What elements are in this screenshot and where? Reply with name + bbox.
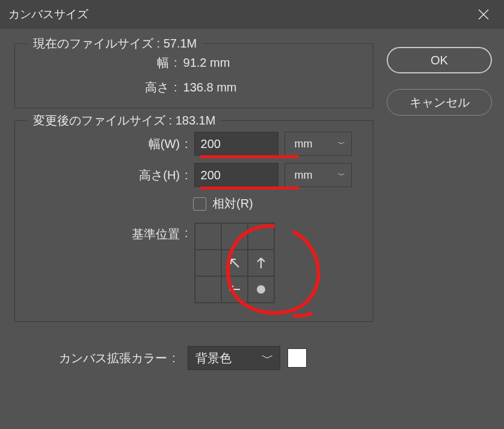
current-width-label: 幅 [27, 55, 173, 71]
arrow-up-icon [253, 255, 269, 271]
anchor-grid [194, 223, 275, 303]
chevron-down-icon: ﹀ [338, 139, 345, 149]
close-icon [478, 8, 490, 20]
titlebar: カンバスサイズ [0, 0, 504, 29]
dialog-title: カンバスサイズ [8, 7, 88, 22]
anchor-cell[interactable] [195, 223, 221, 250]
anchor-cell[interactable] [248, 250, 274, 276]
current-size-group: 現在のファイルサイズ : 57.1M 幅 : 91.2 mm 高さ : 136.… [14, 43, 373, 108]
height-input[interactable]: 200 [194, 163, 278, 187]
ok-button[interactable]: OK [387, 47, 492, 73]
current-size-legend: 現在のファイルサイズ : 57.1M [27, 35, 203, 52]
anchor-label: 基準位置 [27, 223, 183, 242]
anchor-cell[interactable] [248, 223, 274, 250]
new-size-legend: 変更後のファイルサイズ : 183.1M [27, 113, 221, 129]
relative-label: 相対(R) [212, 196, 253, 212]
width-input[interactable]: 200 [194, 132, 278, 156]
arrow-up-left-icon [226, 255, 243, 271]
current-height-label: 高さ [27, 79, 173, 96]
current-height-value: 136.8 mm [183, 81, 237, 94]
cancel-button[interactable]: キャンセル [387, 89, 492, 116]
height-unit-select[interactable]: mm ﹀ [284, 163, 352, 187]
width-label: 幅(W) [27, 136, 183, 152]
chevron-down-icon: ﹀ [262, 350, 274, 366]
anchor-cell[interactable] [221, 223, 248, 250]
anchor-cell[interactable] [221, 250, 248, 276]
new-size-group: 変更後のファイルサイズ : 183.1M 幅(W) : 200 mm ﹀ 高さ(… [14, 120, 373, 322]
extension-color-swatch[interactable] [287, 348, 307, 368]
annotation-underline [200, 155, 299, 158]
anchor-cell[interactable] [195, 276, 221, 303]
anchor-cell-selected[interactable] [248, 276, 274, 303]
anchor-cell[interactable] [221, 276, 248, 303]
anchor-dot-icon [257, 285, 265, 294]
arrow-left-icon [226, 281, 243, 298]
close-button[interactable] [470, 1, 497, 28]
extension-color-label: カンバス拡張カラー [14, 350, 171, 366]
extension-color-select[interactable]: 背景色 ﹀ [188, 346, 280, 370]
chevron-down-icon: ﹀ [338, 170, 345, 181]
height-label: 高さ(H) [27, 167, 183, 184]
current-width-value: 91.2 mm [183, 56, 230, 70]
anchor-cell[interactable] [195, 250, 221, 276]
annotation-underline [200, 187, 299, 190]
relative-checkbox[interactable] [193, 197, 206, 211]
width-unit-select[interactable]: mm ﹀ [284, 132, 352, 156]
